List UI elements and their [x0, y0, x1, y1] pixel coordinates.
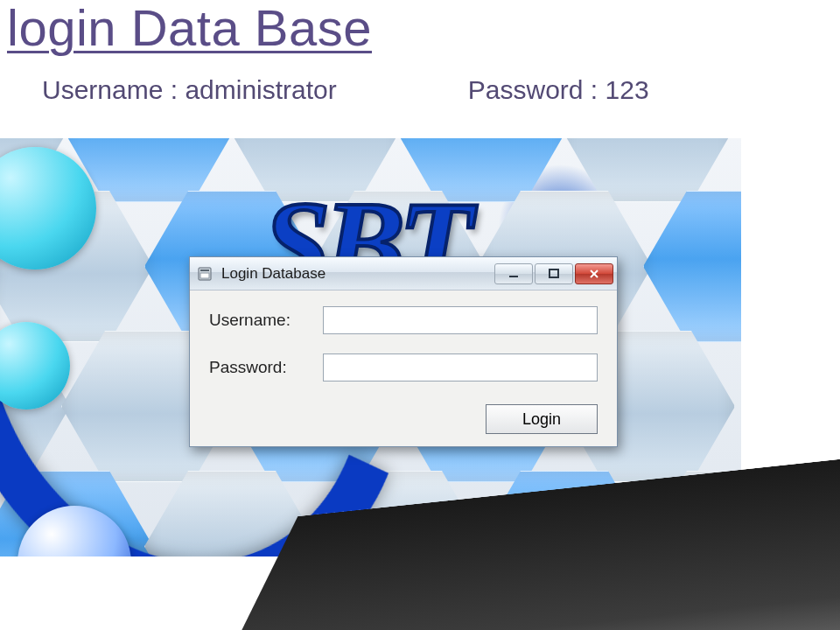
username-label: Username: [209, 311, 323, 330]
username-input[interactable] [323, 306, 598, 334]
window-controls [494, 263, 613, 284]
password-label: Password: [209, 358, 323, 377]
dialog-button-row: Login [209, 401, 598, 434]
minimize-icon [508, 268, 520, 280]
svg-rect-3 [509, 276, 518, 277]
svg-rect-1 [200, 270, 209, 271]
svg-rect-4 [550, 270, 558, 277]
app-icon [197, 265, 214, 283]
slide-title: login Data Base [7, 0, 372, 57]
dialog-titlebar[interactable]: Login Database [190, 257, 617, 290]
username-row: Username: [209, 306, 598, 334]
dialog-body: Username: Password: Login [190, 290, 617, 446]
credentials-line: Username : administrator Password : 123 [42, 75, 649, 105]
login-dialog-window: Login Database [189, 256, 618, 447]
cred-password-text: Password : 123 [468, 75, 649, 105]
password-input[interactable] [323, 354, 598, 382]
close-button[interactable] [575, 263, 613, 284]
close-icon [588, 268, 600, 280]
login-button[interactable]: Login [486, 404, 598, 434]
password-row: Password: [209, 354, 598, 382]
svg-rect-2 [200, 273, 209, 278]
cred-spacer [337, 75, 468, 105]
maximize-button[interactable] [535, 263, 573, 284]
maximize-icon [548, 268, 560, 280]
minimize-button[interactable] [494, 263, 533, 284]
cred-username-text: Username : administrator [42, 75, 337, 105]
dialog-title: Login Database [221, 265, 494, 283]
